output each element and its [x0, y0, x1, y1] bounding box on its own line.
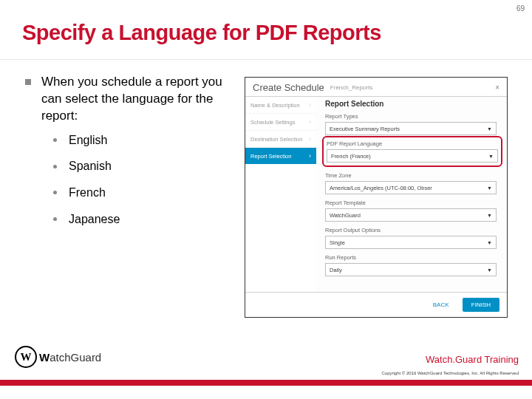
- chevron-right-icon: ›: [309, 152, 311, 160]
- run-select[interactable]: Daily▼: [325, 263, 497, 276]
- report-types-label: Report Types: [325, 113, 499, 120]
- chevron-down-icon: ▼: [487, 126, 492, 132]
- dialog-subtitle: French_Reports: [330, 84, 372, 91]
- back-button[interactable]: BACK: [424, 298, 458, 312]
- close-icon[interactable]: ×: [495, 83, 499, 92]
- training-label: Watch.Guard Training: [426, 354, 519, 365]
- output-select[interactable]: Single▼: [325, 236, 497, 249]
- chevron-down-icon: ▼: [487, 213, 492, 218]
- report-types-select[interactable]: Executive Summary Reports▼: [325, 122, 497, 135]
- pdf-language-label: PDF Report Language: [327, 140, 498, 147]
- slide-title: Specify a Language for PDF Reports: [22, 21, 381, 45]
- chevron-right-icon: ›: [309, 135, 311, 143]
- footer-bar: [0, 380, 532, 386]
- lang-item: Spanish: [69, 158, 112, 174]
- lang-item: English: [69, 132, 107, 149]
- finish-button[interactable]: FINISH: [463, 298, 499, 312]
- pdf-language-select[interactable]: French (France)▼: [327, 149, 498, 163]
- brand-logo: W WatchGuard: [15, 346, 101, 368]
- chevron-down-icon: ▼: [487, 240, 492, 245]
- bullet-icon: [25, 79, 31, 85]
- chevron-down-icon: ▼: [488, 154, 494, 159]
- panel-title: Report Selection: [325, 100, 499, 108]
- wizard-steps: Name & Description› Schedule Settings› D…: [245, 97, 316, 308]
- output-label: Report Output Options: [325, 227, 499, 233]
- dot-icon: [53, 217, 57, 221]
- bullet-text: When you schedule a report you can selec…: [41, 74, 232, 125]
- template-select[interactable]: WatchGuard▼: [325, 208, 497, 222]
- copyright: Copyright © 2016 WatchGuard Technologies…: [381, 371, 519, 375]
- logo-icon: W: [15, 346, 37, 368]
- chevron-right-icon: ›: [309, 118, 311, 126]
- chevron-down-icon: ▼: [487, 267, 492, 273]
- body-text: When you schedule a report you can selec…: [25, 74, 232, 237]
- chevron-right-icon: ›: [309, 101, 311, 109]
- lang-item: French: [69, 185, 106, 201]
- wizard-step-report-selection[interactable]: Report Selection›: [245, 148, 316, 164]
- lang-item: Japanese: [69, 211, 120, 228]
- dot-icon: [53, 138, 57, 142]
- highlight-box: PDF Report Language French (France)▼: [322, 136, 502, 167]
- dot-icon: [53, 165, 57, 168]
- timezone-select[interactable]: America/Los_Angeles (UTC-08:00, Obser▼: [325, 181, 497, 194]
- dialog-title: Create Schedule: [253, 82, 324, 93]
- timezone-label: Time Zone: [325, 172, 499, 179]
- wizard-step-name[interactable]: Name & Description›: [245, 97, 316, 114]
- template-label: Report Template: [325, 200, 499, 206]
- dialog-screenshot: Create Schedule French_Reports × Name & …: [245, 77, 508, 318]
- page-number: 69: [516, 4, 525, 13]
- dialog-footer: BACK FINISH: [245, 292, 507, 317]
- run-label: Run Reports: [325, 254, 499, 261]
- dot-icon: [53, 191, 57, 194]
- wizard-step-schedule[interactable]: Schedule Settings›: [245, 114, 316, 131]
- wizard-step-destination[interactable]: Destination Selection›: [245, 131, 316, 148]
- panel: Report Selection Report Types Executive …: [316, 97, 507, 308]
- divider: [0, 59, 532, 60]
- chevron-down-icon: ▼: [487, 185, 492, 191]
